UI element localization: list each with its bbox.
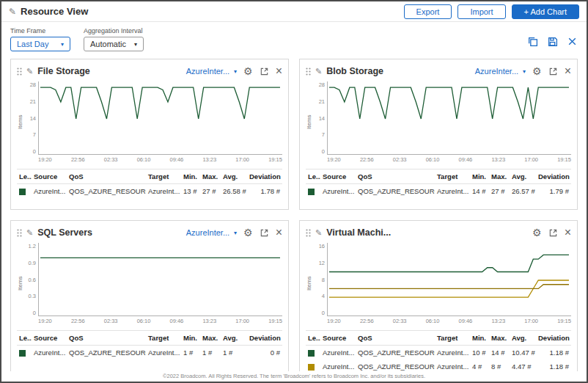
edit-view-icon[interactable]: ✎ bbox=[9, 7, 16, 17]
tick-label: 14 bbox=[319, 115, 325, 122]
chart-canvas bbox=[327, 243, 571, 316]
tick-label: 09:46 bbox=[459, 318, 473, 324]
col-target: Target bbox=[435, 169, 470, 184]
panel-header: ✎ Virtual Machi... ⚙ × bbox=[306, 224, 571, 241]
edit-chart-icon[interactable]: ✎ bbox=[26, 228, 33, 238]
close-icon[interactable] bbox=[567, 36, 578, 47]
series-color-swatch bbox=[19, 189, 26, 195]
panel-tools: ⚙ × bbox=[532, 227, 571, 238]
tick-label: 8 bbox=[322, 277, 325, 283]
y-axis-label: Items bbox=[17, 81, 23, 163]
aggregation-value: Automatic bbox=[90, 40, 126, 48]
cell-avg: 1 # bbox=[221, 346, 247, 360]
table-row: AzureInt... QOS_AZURE_RESOURCE_BLO... Az… bbox=[306, 184, 571, 199]
series-color-swatch bbox=[308, 364, 315, 371]
aggregation-select[interactable]: Automatic ▾ bbox=[84, 37, 144, 51]
tick-label: 19:20 bbox=[327, 156, 341, 163]
chart-area: Items 1.20.90.60.30 19:2022:5602:3306:10… bbox=[17, 243, 282, 324]
cell-qos: QOS_AZURE_RESOURCE_SQL... bbox=[67, 346, 146, 360]
export-button[interactable]: Export bbox=[404, 4, 452, 19]
tick-label: 4 bbox=[322, 293, 325, 299]
cell-qos: QOS_AZURE_RESOURCE_FILE... bbox=[67, 184, 146, 199]
table-row: AzureInt... QOS_AZURE_RESOURCE_SQL... Az… bbox=[17, 346, 282, 360]
expand-icon[interactable] bbox=[548, 228, 558, 238]
drag-handle-icon[interactable] bbox=[17, 229, 22, 237]
source-dropdown[interactable]: AzureInter...▾ bbox=[186, 228, 237, 237]
tick-label: 02:33 bbox=[104, 156, 118, 163]
cell-qos: QOS_AZURE_RESOURCE_BLO... bbox=[356, 184, 435, 199]
tick-label: 0 bbox=[322, 148, 325, 155]
x-axis-ticks: 19:2022:5602:3306:1009:4613:2317:0019:15 bbox=[327, 318, 571, 324]
add-chart-button[interactable]: + Add Chart bbox=[512, 4, 579, 19]
chart-canvas bbox=[38, 81, 282, 155]
y-axis-label: Items bbox=[306, 243, 312, 324]
close-panel-icon[interactable]: × bbox=[276, 65, 282, 77]
panel-title: Blob Storage bbox=[326, 66, 383, 76]
close-panel-icon[interactable]: × bbox=[565, 65, 571, 77]
tick-label: 19:15 bbox=[557, 156, 571, 163]
expand-icon[interactable] bbox=[260, 228, 269, 238]
panel-header: ✎ File Storage AzureInter...▾ ⚙ × bbox=[17, 62, 282, 80]
page-title: Resource View bbox=[21, 6, 88, 17]
col-qos: QoS bbox=[67, 331, 146, 346]
edit-chart-icon[interactable]: ✎ bbox=[315, 67, 322, 76]
series-table: Le... Source QoS Target Min. Max. Avg. D… bbox=[17, 330, 282, 360]
gear-icon[interactable]: ⚙ bbox=[532, 227, 542, 238]
tick-label: 22:56 bbox=[71, 156, 85, 163]
time-frame-label: Time Frame bbox=[10, 27, 70, 34]
table-row: AzureInt... QOS_AZURE_RESOURCE_FILE... A… bbox=[17, 184, 282, 199]
plot-wrap: 19:2022:5602:3306:1009:4613:2317:0019:15 bbox=[38, 243, 282, 324]
cell-source: AzureInt... bbox=[32, 346, 67, 360]
header-actions: Export Import + Add Chart bbox=[404, 4, 579, 19]
tick-label: 06:10 bbox=[426, 156, 440, 163]
copyright-footer: ©2022 Broadcom. All Rights Reserved. The… bbox=[1, 371, 587, 381]
close-panel-icon[interactable]: × bbox=[565, 227, 571, 238]
col-qos: QoS bbox=[67, 169, 146, 184]
import-button[interactable]: Import bbox=[457, 4, 505, 19]
drag-handle-icon[interactable] bbox=[306, 68, 311, 76]
edit-chart-icon[interactable]: ✎ bbox=[315, 228, 322, 238]
source-dropdown[interactable]: AzureInter...▾ bbox=[186, 67, 237, 76]
view-toolbar bbox=[527, 27, 578, 47]
col-max: Max. bbox=[489, 169, 510, 184]
col-legend: Le... bbox=[306, 169, 320, 184]
col-target: Target bbox=[146, 169, 181, 184]
edit-chart-icon[interactable]: ✎ bbox=[26, 67, 33, 76]
tick-label: 0 bbox=[322, 310, 325, 316]
gear-icon[interactable]: ⚙ bbox=[243, 66, 253, 76]
y-axis-ticks: 1612840 bbox=[312, 243, 327, 316]
close-panel-icon[interactable]: × bbox=[276, 227, 282, 238]
tick-label: 0.9 bbox=[29, 260, 36, 266]
panel-tools: AzureInter...▾ ⚙ × bbox=[186, 65, 282, 77]
save-icon[interactable] bbox=[547, 36, 558, 47]
gear-icon[interactable]: ⚙ bbox=[532, 66, 542, 76]
col-min: Min. bbox=[470, 169, 489, 184]
tick-label: 14 bbox=[30, 115, 36, 122]
tick-label: 28 bbox=[30, 81, 36, 88]
chart-canvas bbox=[38, 243, 282, 316]
source-dropdown[interactable]: AzureInter...▾ bbox=[475, 67, 526, 76]
expand-icon[interactable] bbox=[260, 67, 269, 76]
chart-area: Items 28211470 19:2022:5602:3306:1009:46… bbox=[306, 81, 571, 163]
aggregation-filter: Aggregation Interval Automatic ▾ bbox=[84, 27, 144, 51]
drag-handle-icon[interactable] bbox=[306, 229, 311, 237]
table-header-row: Le... Source QoS Target Min. Max. Avg. D… bbox=[17, 331, 282, 346]
gear-icon[interactable]: ⚙ bbox=[243, 227, 253, 238]
time-frame-select[interactable]: Last Day ▾ bbox=[10, 37, 70, 51]
cell-qos: QOS_AZURE_RESOURCE_VMS bbox=[356, 346, 435, 360]
col-min: Min. bbox=[470, 331, 489, 346]
cell-max: 14 # bbox=[489, 346, 510, 360]
tick-label: 13:23 bbox=[202, 318, 216, 324]
duplicate-icon[interactable] bbox=[527, 36, 538, 47]
tick-label: 06:10 bbox=[137, 318, 151, 324]
cell-min: 10 # bbox=[470, 346, 489, 360]
table-header-row: Le... Source QoS Target Min. Max. Avg. D… bbox=[17, 169, 282, 184]
cell-avg: 26.58 # bbox=[221, 184, 247, 199]
cell-source: AzureInt... bbox=[32, 184, 67, 199]
tick-label: 09:46 bbox=[170, 156, 184, 163]
table-row: AzureInt... QOS_AZURE_RESOURCE_VMS Azure… bbox=[306, 346, 571, 360]
aggregation-label: Aggregation Interval bbox=[84, 27, 144, 34]
drag-handle-icon[interactable] bbox=[17, 68, 22, 76]
tick-label: 7 bbox=[322, 131, 325, 138]
expand-icon[interactable] bbox=[548, 67, 558, 76]
